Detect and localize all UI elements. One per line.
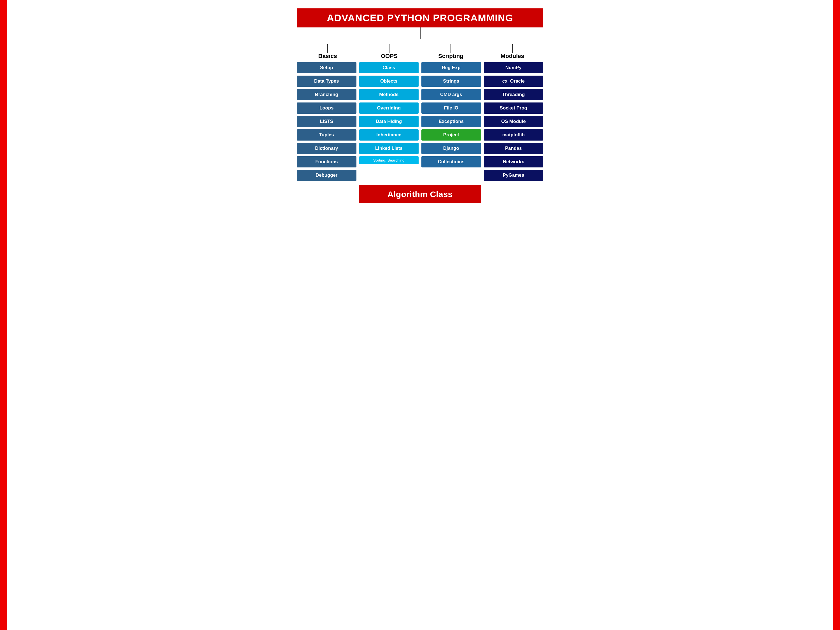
scripting-column: Reg Exp Strings CMD args File IO Excepti…: [422, 62, 481, 167]
list-item: NumPy: [484, 62, 543, 73]
page-wrapper: ADVANCED PYTHON PROGRAMMING Basics OOPS …: [286, 6, 554, 206]
list-item: Django: [422, 143, 481, 154]
list-item: Tuples: [297, 129, 357, 141]
col-label-scripting: Scripting: [438, 53, 463, 59]
h-bar: [328, 39, 512, 39]
list-item: Functions: [297, 156, 357, 167]
col-drop-oops: [389, 44, 390, 53]
list-item: cx_Oracle: [484, 76, 543, 87]
col-header-scripting: Scripting: [420, 44, 482, 62]
col-header-modules: Modules: [482, 44, 543, 62]
list-item: Methods: [359, 89, 419, 100]
col-drop-basics: [327, 44, 328, 53]
list-item: CMD args: [422, 89, 481, 100]
tree-connector-vertical: [297, 27, 543, 39]
modules-column: NumPy cx_Oracle Threading Socket Prog OS…: [484, 62, 543, 181]
list-item: Linked Lists: [359, 143, 419, 154]
list-item: Branching: [297, 89, 357, 100]
col-drop-scripting: [450, 44, 451, 53]
main-grid: Setup Data Types Branching Loops LISTS T…: [297, 62, 543, 181]
footer-spacer-left: [297, 183, 357, 203]
list-item: matplotlib: [484, 129, 543, 141]
page-title: ADVANCED PYTHON PROGRAMMING: [302, 12, 538, 24]
list-item: Sorting, Searching: [359, 156, 419, 164]
list-item: Socket Prog: [484, 103, 543, 114]
list-item: Class: [359, 62, 419, 73]
col-label-modules: Modules: [501, 53, 524, 59]
list-item: OS Module: [484, 116, 543, 127]
col-header-basics: Basics: [297, 44, 358, 62]
list-item: Project: [422, 129, 481, 141]
col-header-oops: OOPS: [358, 44, 420, 62]
list-item: Loops: [297, 103, 357, 114]
footer-grid: Algorithm Class: [297, 183, 543, 203]
list-item: Exceptions: [422, 116, 481, 127]
list-item: Networkx: [484, 156, 543, 167]
list-item: PyGames: [484, 170, 543, 181]
list-item: Pandas: [484, 143, 543, 154]
basics-column: Setup Data Types Branching Loops LISTS T…: [297, 62, 357, 181]
list-item: LISTS: [297, 116, 357, 127]
list-item: Data Hiding: [359, 116, 419, 127]
list-item: Objects: [359, 76, 419, 87]
list-item: Collectioins: [422, 156, 481, 167]
list-item: Debugger: [297, 170, 357, 181]
list-item: Dictionary: [297, 143, 357, 154]
footer-spacer-right: [484, 183, 543, 203]
title-box: ADVANCED PYTHON PROGRAMMING: [297, 8, 543, 27]
list-item: Setup: [297, 62, 357, 73]
oops-column: Class Objects Methods Overriding Data Hi…: [359, 62, 419, 164]
h-bar-wrapper: [297, 39, 543, 44]
algorithm-class-label: Algorithm Class: [365, 189, 475, 199]
col-label-oops: OOPS: [381, 53, 398, 59]
list-item: Strings: [422, 76, 481, 87]
algorithm-class-footer: Algorithm Class: [359, 185, 481, 203]
list-item: Overriding: [359, 103, 419, 114]
list-item: File IO: [422, 103, 481, 114]
list-item: Threading: [484, 89, 543, 100]
list-item: Data Types: [297, 76, 357, 87]
col-label-basics: Basics: [318, 53, 337, 59]
list-item: Inheritance: [359, 129, 419, 141]
columns-header: Basics OOPS Scripting Modules: [297, 44, 543, 62]
list-item: Reg Exp: [422, 62, 481, 73]
col-drop-modules: [512, 44, 513, 53]
